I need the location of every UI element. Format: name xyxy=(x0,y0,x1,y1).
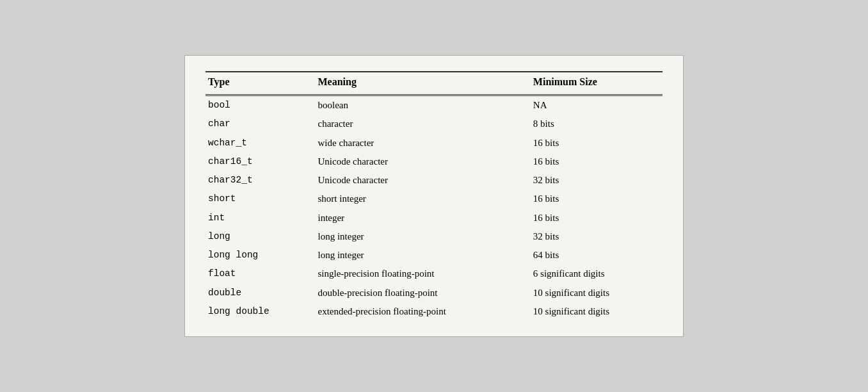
cell-meaning: extended-precision floating-point xyxy=(312,302,527,321)
cell-size: 8 bits xyxy=(528,115,663,133)
table-row: charcharacter8 bits xyxy=(205,115,663,133)
table-row: intinteger16 bits xyxy=(205,209,663,227)
cell-meaning: short integer xyxy=(312,190,527,208)
table-row: boolbooleanNA xyxy=(205,95,663,115)
table-row: char16_tUnicode character16 bits xyxy=(205,152,663,171)
cell-type: long double xyxy=(205,302,312,321)
cell-type: int xyxy=(205,209,312,227)
cell-meaning: single-precision floating-point xyxy=(312,265,527,283)
cell-size: 10 significant digits xyxy=(528,284,663,302)
cell-size: 32 bits xyxy=(528,171,663,190)
table-row: shortshort integer16 bits xyxy=(205,190,663,208)
data-types-table: Type Meaning Minimum Size boolbooleanNAc… xyxy=(205,71,663,321)
cell-type: float xyxy=(205,265,312,283)
cell-meaning: Unicode character xyxy=(312,171,527,190)
table-row: doubledouble-precision floating-point10 … xyxy=(205,284,663,302)
cell-size: 64 bits xyxy=(528,246,663,265)
cell-type: bool xyxy=(205,95,312,115)
cell-meaning: double-precision floating-point xyxy=(312,284,527,302)
cell-meaning: character xyxy=(312,115,527,133)
cell-type: long long xyxy=(205,246,312,265)
table-row: char32_tUnicode character32 bits xyxy=(205,171,663,190)
col-header-type: Type xyxy=(205,72,312,95)
col-header-meaning: Meaning xyxy=(312,72,527,95)
cell-meaning: integer xyxy=(312,209,527,227)
cell-size: 16 bits xyxy=(528,134,663,152)
cell-size: 16 bits xyxy=(528,209,663,227)
cell-type: double xyxy=(205,284,312,302)
table-row: long longlong integer64 bits xyxy=(205,246,663,265)
table-row: long doubleextended-precision floating-p… xyxy=(205,302,663,321)
cell-size: 6 significant digits xyxy=(528,265,663,283)
cell-meaning: boolean xyxy=(312,95,527,115)
cell-size: 16 bits xyxy=(528,152,663,171)
cell-meaning: long integer xyxy=(312,227,527,246)
cell-meaning: wide character xyxy=(312,134,527,152)
col-header-size: Minimum Size xyxy=(528,72,663,95)
cell-type: char16_t xyxy=(205,152,312,171)
cell-size: NA xyxy=(528,95,663,115)
cell-type: short xyxy=(205,190,312,208)
cell-type: char xyxy=(205,115,312,133)
cell-size: 32 bits xyxy=(528,227,663,246)
table-row: wchar_twide character16 bits xyxy=(205,134,663,152)
cell-size: 16 bits xyxy=(528,190,663,208)
table-container: Type Meaning Minimum Size boolbooleanNAc… xyxy=(184,55,684,337)
cell-type: wchar_t xyxy=(205,134,312,152)
table-row: floatsingle-precision floating-point6 si… xyxy=(205,265,663,283)
cell-size: 10 significant digits xyxy=(528,302,663,321)
cell-meaning: Unicode character xyxy=(312,152,527,171)
cell-type: char32_t xyxy=(205,171,312,190)
table-row: longlong integer32 bits xyxy=(205,227,663,246)
cell-meaning: long integer xyxy=(312,246,527,265)
cell-type: long xyxy=(205,227,312,246)
